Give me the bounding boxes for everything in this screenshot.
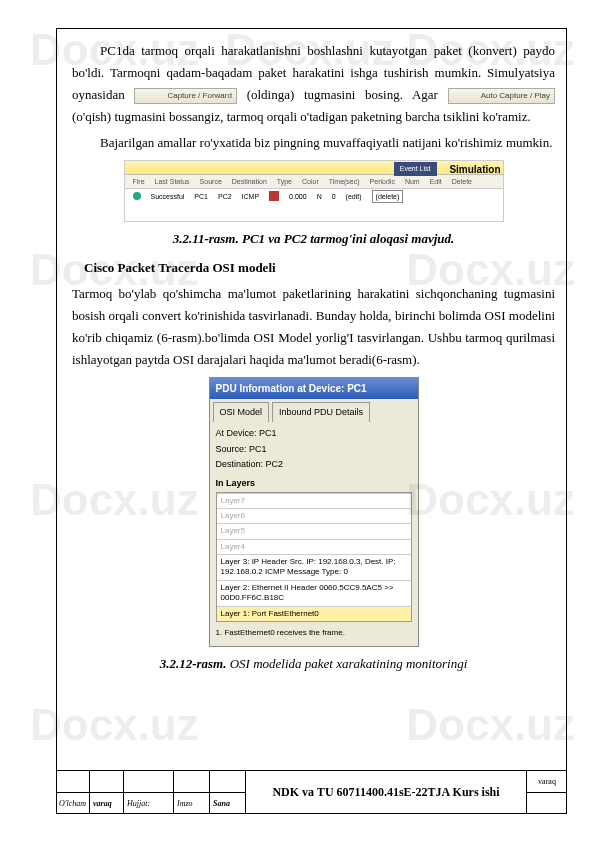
col-dest: Destination bbox=[232, 176, 267, 188]
capture-forward-button[interactable]: Capture / Forward bbox=[134, 88, 236, 104]
tb-olcham: O'lcham bbox=[56, 793, 90, 814]
col-type: Type bbox=[277, 176, 292, 188]
layer-5: Layer5 bbox=[217, 523, 411, 538]
col-num: Num bbox=[405, 176, 420, 188]
fire-indicator-icon bbox=[133, 192, 141, 200]
simulation-header-row: Fire Last Status Source Destination Type… bbox=[125, 175, 503, 189]
pdu-source: Source: PC1 bbox=[216, 442, 412, 457]
cell-source: PC1 bbox=[194, 191, 208, 203]
inbound-pdu-tab[interactable]: Inbound PDU Details bbox=[272, 402, 370, 422]
layer-6: Layer6 bbox=[217, 508, 411, 523]
cell-edit[interactable]: (edit) bbox=[346, 191, 362, 203]
col-time: Time(sec) bbox=[329, 176, 360, 188]
layer-4: Layer4 bbox=[217, 539, 411, 554]
figure-caption-2: 3.2.12-rasm. OSI modelida paket xarakati… bbox=[72, 653, 555, 675]
col-periodic: Periodic bbox=[370, 176, 395, 188]
col-edit: Edit bbox=[430, 176, 442, 188]
layer-2: Layer 2: Ethernet II Header 0060.5CC9.5A… bbox=[217, 580, 411, 606]
paragraph-1: PC1da tarmoq orqali harakatlanishni bosh… bbox=[72, 40, 555, 128]
in-layers-label: In Layers bbox=[216, 476, 412, 491]
paragraph-3: Tarmoq bo'ylab qo'shimcha ma'lumot paket… bbox=[72, 283, 555, 371]
simulation-screenshot: Event List Simulation Fire Last Status S… bbox=[124, 160, 504, 222]
paragraph-2: Bajarilgan amallar ro'yxatida biz pingni… bbox=[72, 132, 555, 154]
figure-caption-1: 3.2.11-rasm. PC1 va PC2 tarmog'ini aloqa… bbox=[72, 228, 555, 250]
cell-periodic: N bbox=[317, 191, 322, 203]
pdu-at-device: At Device: PC1 bbox=[216, 426, 412, 441]
cell-status: Successful bbox=[151, 191, 185, 203]
layer-7: Layer7 bbox=[217, 493, 411, 508]
text: (o'qish) tugmasini bossangiz, tarmoq orq… bbox=[72, 109, 531, 124]
color-swatch-icon bbox=[269, 191, 279, 201]
osi-layers: Layer7 Layer6 Layer5 Layer4 Layer 3: IP … bbox=[216, 492, 412, 623]
pdu-title-bar: PDU Information at Device: PC1 bbox=[210, 378, 418, 399]
caption-text: PC1 va PC2 tarmog'ini aloqasi mavjud. bbox=[239, 231, 455, 246]
simulation-data-row: Successful PC1 PC2 ICMP 0.000 N 0 (edit)… bbox=[125, 189, 503, 203]
pdu-information-panel: PDU Information at Device: PC1 OSI Model… bbox=[209, 377, 419, 647]
auto-capture-play-button[interactable]: Auto Capture / Play bbox=[448, 88, 555, 104]
cell-dest: PC2 bbox=[218, 191, 232, 203]
pdu-footer-text: 1. FastEthernet0 receives the frame. bbox=[216, 626, 412, 640]
tb-right-label: varaq bbox=[527, 771, 567, 793]
tb-hujjat: Hujjat: bbox=[124, 793, 174, 814]
caption-number: 3.2.11-rasm. bbox=[173, 231, 239, 246]
col-status: Last Status bbox=[155, 176, 190, 188]
col-fire: Fire bbox=[133, 176, 145, 188]
layer-3: Layer 3: IP Header Src. IP: 192.168.0.3,… bbox=[217, 554, 411, 580]
subheading: Cisco Packet Tracerda OSI modeli bbox=[84, 257, 555, 279]
delete-button[interactable]: (delete) bbox=[372, 190, 404, 204]
cell-time: 0.000 bbox=[289, 191, 307, 203]
cell-num: 0 bbox=[332, 191, 336, 203]
tb-right-empty bbox=[527, 793, 567, 814]
event-list-tab[interactable]: Event List bbox=[394, 162, 437, 176]
tb-sana: Sana bbox=[210, 793, 245, 814]
simulation-tab[interactable]: Simulation bbox=[449, 161, 500, 178]
col-source: Source bbox=[200, 176, 222, 188]
layer-1[interactable]: Layer 1: Port FastEthernet0 bbox=[217, 606, 411, 621]
document-content: PC1da tarmoq orqali harakatlanishni bosh… bbox=[72, 40, 555, 681]
caption-text: OSI modelida paket xarakatining monitori… bbox=[226, 656, 467, 671]
title-block: O'lcham varaq Hujjat: Imzo Sana NDK va T… bbox=[56, 770, 567, 814]
text: (oldinga) tugmasini bosing. Agar bbox=[247, 87, 448, 102]
col-color: Color bbox=[302, 176, 319, 188]
caption-number: 3.2.12-rasm. bbox=[160, 656, 227, 671]
title-block-main: NDK va TU 60711400.41sE-22TJA Kurs ishi bbox=[246, 771, 527, 814]
tb-imzo: Imzo bbox=[174, 793, 210, 814]
tb-varaq: varaq bbox=[90, 793, 124, 814]
pdu-destination: Destination: PC2 bbox=[216, 457, 412, 472]
osi-model-tab[interactable]: OSI Model bbox=[213, 402, 270, 422]
cell-type: ICMP bbox=[242, 191, 260, 203]
